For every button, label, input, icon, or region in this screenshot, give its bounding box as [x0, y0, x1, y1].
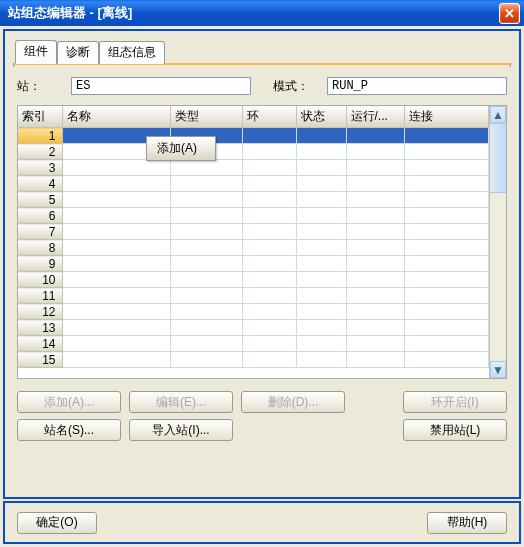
- table-row[interactable]: 5: [18, 192, 489, 208]
- table-row[interactable]: 1: [18, 128, 489, 144]
- table-row[interactable]: 12: [18, 304, 489, 320]
- table-row[interactable]: 9: [18, 256, 489, 272]
- table-row[interactable]: 15: [18, 352, 489, 368]
- cell: [242, 224, 296, 240]
- col-run[interactable]: 运行/...: [346, 106, 404, 128]
- table-row[interactable]: 10: [18, 272, 489, 288]
- tab-diagnostics[interactable]: 诊断: [57, 41, 99, 64]
- row-index-cell: 5: [18, 192, 62, 208]
- station-input[interactable]: ES: [71, 77, 251, 95]
- cell: [62, 224, 170, 240]
- cell: [170, 256, 242, 272]
- cell: [296, 144, 346, 160]
- cell: [346, 352, 404, 368]
- cell: [62, 240, 170, 256]
- cell: [62, 288, 170, 304]
- cell: [346, 320, 404, 336]
- button-row-2: 站名(S)... 导入站(I)... 禁用站(L): [17, 419, 507, 441]
- mode-label: 模式：: [273, 78, 319, 95]
- col-conn[interactable]: 连接: [404, 106, 489, 128]
- row-index-cell: 9: [18, 256, 62, 272]
- col-name[interactable]: 名称: [62, 106, 170, 128]
- cell: [346, 160, 404, 176]
- cell: [242, 144, 296, 160]
- row-index-cell: 11: [18, 288, 62, 304]
- import-station-button[interactable]: 导入站(I)...: [129, 419, 233, 441]
- cell: [62, 208, 170, 224]
- cell: [404, 144, 489, 160]
- cell: [296, 256, 346, 272]
- cell: [62, 176, 170, 192]
- table-row[interactable]: 14: [18, 336, 489, 352]
- station-name-button[interactable]: 站名(S)...: [17, 419, 121, 441]
- mode-input[interactable]: RUN_P: [327, 77, 507, 95]
- edit-button[interactable]: 编辑(E)...: [129, 391, 233, 413]
- row-index-cell: 10: [18, 272, 62, 288]
- cell: [346, 304, 404, 320]
- cell: [404, 176, 489, 192]
- close-icon[interactable]: ✕: [499, 3, 520, 24]
- context-menu-add[interactable]: 添加(A): [146, 136, 216, 161]
- row-index-cell: 13: [18, 320, 62, 336]
- table-row[interactable]: 3: [18, 160, 489, 176]
- cell: [404, 336, 489, 352]
- cell: [242, 192, 296, 208]
- tab-components[interactable]: 组件: [15, 40, 57, 64]
- col-ring[interactable]: 环: [242, 106, 296, 128]
- cell: [62, 256, 170, 272]
- help-button[interactable]: 帮助(H): [427, 512, 507, 534]
- col-type[interactable]: 类型: [170, 106, 242, 128]
- ok-button[interactable]: 确定(O): [17, 512, 97, 534]
- cell: [404, 192, 489, 208]
- scroll-down-icon[interactable]: ▼: [490, 361, 506, 378]
- cell: [346, 208, 404, 224]
- table-row[interactable]: 11: [18, 288, 489, 304]
- scroll-thumb[interactable]: [490, 123, 506, 193]
- cell: [296, 320, 346, 336]
- row-index-cell: 6: [18, 208, 62, 224]
- table-row[interactable]: 6: [18, 208, 489, 224]
- cell: [296, 176, 346, 192]
- cell: [296, 352, 346, 368]
- cell: [404, 352, 489, 368]
- scroll-up-icon[interactable]: ▲: [490, 106, 506, 123]
- cell: [62, 336, 170, 352]
- cell: [296, 288, 346, 304]
- data-grid[interactable]: 索引 名称 类型 环 状态 运行/... 连接 1234567891011121…: [17, 105, 507, 379]
- table-row[interactable]: 13: [18, 320, 489, 336]
- cell: [404, 272, 489, 288]
- titlebar: 站组态编辑器 - [离线] ✕: [0, 0, 524, 26]
- grid-header-row: 索引 名称 类型 环 状态 运行/... 连接: [18, 106, 489, 128]
- col-index[interactable]: 索引: [18, 106, 62, 128]
- footer-bar: 确定(O) 帮助(H): [3, 501, 521, 544]
- row-index-cell: 7: [18, 224, 62, 240]
- ring-on-button[interactable]: 环开启(I): [403, 391, 507, 413]
- disable-station-button[interactable]: 禁用站(L): [403, 419, 507, 441]
- col-state[interactable]: 状态: [296, 106, 346, 128]
- table-row[interactable]: 8: [18, 240, 489, 256]
- table-row[interactable]: 2: [18, 144, 489, 160]
- add-button[interactable]: 添加(A)...: [17, 391, 121, 413]
- vertical-scrollbar[interactable]: ▲ ▼: [489, 106, 506, 378]
- table-row[interactable]: 4: [18, 176, 489, 192]
- scroll-track[interactable]: [490, 193, 506, 361]
- row-index-cell: 15: [18, 352, 62, 368]
- row-index-cell: 8: [18, 240, 62, 256]
- cell: [404, 304, 489, 320]
- row-index-cell: 3: [18, 160, 62, 176]
- cell: [242, 352, 296, 368]
- cell: [242, 288, 296, 304]
- cell: [62, 320, 170, 336]
- cell: [296, 192, 346, 208]
- cell: [242, 176, 296, 192]
- cell: [170, 240, 242, 256]
- cell: [404, 160, 489, 176]
- main-frame: 组件 诊断 组态信息 站： ES 模式： RUN_P 索引 名称 类型 环: [3, 29, 521, 499]
- tab-config-info[interactable]: 组态信息: [99, 41, 165, 64]
- tab-body: 站： ES 模式： RUN_P 索引 名称 类型 环 状态 运行/...: [5, 67, 519, 445]
- table-row[interactable]: 7: [18, 224, 489, 240]
- cell: [404, 208, 489, 224]
- cell: [296, 336, 346, 352]
- delete-button[interactable]: 删除(D)...: [241, 391, 345, 413]
- cell: [346, 128, 404, 144]
